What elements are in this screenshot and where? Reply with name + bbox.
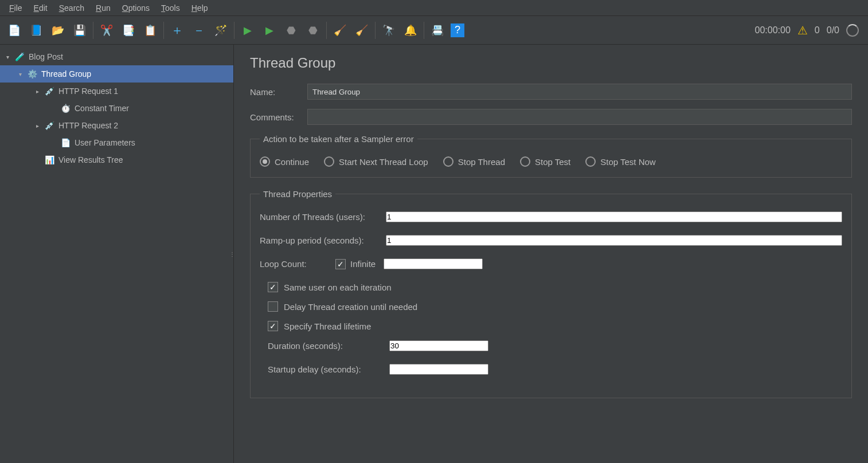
chevron-down-icon[interactable]: ▾ xyxy=(3,54,11,60)
warning-icon[interactable]: ⚠ xyxy=(797,23,808,37)
thread-properties-fieldset: Thread Properties Number of Threads (use… xyxy=(250,189,852,398)
shutdown-icon[interactable]: ⬣ xyxy=(304,22,322,39)
sampler-icon: 💉 xyxy=(44,85,55,97)
ramp-up-label: Ramp-up period (seconds): xyxy=(260,236,386,245)
wand-icon[interactable]: 🪄 xyxy=(212,22,229,39)
tree-node-user-parameters[interactable]: 📄 User Parameters xyxy=(0,134,233,151)
warning-count: 0 xyxy=(815,25,820,36)
duration-input[interactable] xyxy=(389,340,488,351)
radio-icon xyxy=(260,156,270,167)
radio-label: Start Next Thread Loop xyxy=(339,157,428,167)
startup-delay-input[interactable] xyxy=(389,364,488,375)
sampler-error-fieldset: Action to be taken after a Sampler error… xyxy=(250,134,852,178)
ramp-up-input[interactable] xyxy=(386,235,842,246)
plus-icon[interactable]: ＋ xyxy=(169,22,186,39)
tree-node-http-request-2[interactable]: ▸ 💉 HTTP Request 2 xyxy=(0,117,233,134)
tree-node-constant-timer[interactable]: ⏱️ Constant Timer xyxy=(0,100,233,117)
radio-icon xyxy=(585,156,596,167)
same-user-checkbox[interactable] xyxy=(268,282,278,292)
radio-continue[interactable]: Continue xyxy=(260,156,309,167)
minus-icon[interactable]: － xyxy=(190,22,208,39)
tree-label: Constant Timer xyxy=(73,104,129,113)
radio-label: Stop Thread xyxy=(458,157,505,167)
editor-panel: Thread Group Name: Comments: Action to b… xyxy=(234,45,868,463)
num-threads-input[interactable] xyxy=(386,211,842,222)
sampler-error-legend: Action to be taken after a Sampler error xyxy=(260,134,417,144)
clear-all-icon[interactable]: 🧹 xyxy=(353,22,370,39)
tree-label: HTTP Request 1 xyxy=(57,87,118,96)
function-icon[interactable]: 🔔 xyxy=(402,22,419,39)
save-icon[interactable]: 💾 xyxy=(71,22,88,39)
chevron-down-icon[interactable]: ▾ xyxy=(16,71,24,77)
loop-count-input[interactable] xyxy=(384,258,483,269)
parameters-icon: 📄 xyxy=(60,137,71,148)
delay-thread-label: Delay Thread creation until needed xyxy=(284,302,417,312)
chevron-right-icon[interactable]: ▸ xyxy=(33,123,41,129)
menu-edit[interactable]: Edit xyxy=(28,2,53,14)
clear-icon[interactable]: 🧹 xyxy=(331,22,349,39)
tree-label: HTTP Request 2 xyxy=(57,121,118,130)
startup-delay-label: Startup delay (seconds): xyxy=(268,364,389,374)
thread-count: 0/0 xyxy=(827,25,839,36)
name-label: Name: xyxy=(250,87,307,97)
radio-label: Stop Test xyxy=(535,157,570,167)
radio-label: Stop Test Now xyxy=(600,157,655,167)
panel-title: Thread Group xyxy=(250,55,852,71)
tree-node-http-request-1[interactable]: ▸ 💉 HTTP Request 1 xyxy=(0,83,233,100)
num-threads-label: Number of Threads (users): xyxy=(260,212,386,222)
start-icon[interactable]: ▶ xyxy=(239,22,256,39)
menubar: File Edit Search Run Options Tools Help xyxy=(0,0,868,16)
tree-label: User Parameters xyxy=(73,138,135,147)
tree-node-view-results-tree[interactable]: 📊 View Results Tree xyxy=(0,151,233,168)
name-input[interactable] xyxy=(307,84,852,100)
radio-stop-test[interactable]: Stop Test xyxy=(520,156,570,167)
infinite-checkbox[interactable] xyxy=(335,259,346,269)
comments-label: Comments: xyxy=(250,112,307,122)
sampler-icon: 💉 xyxy=(44,120,55,131)
specify-lifetime-checkbox[interactable] xyxy=(268,321,278,331)
open-icon[interactable]: 📂 xyxy=(49,22,67,39)
chevron-right-icon[interactable]: ▸ xyxy=(33,88,41,95)
menu-options[interactable]: Options xyxy=(116,2,155,14)
menu-tools[interactable]: Tools xyxy=(155,2,186,14)
radio-stop-test-now[interactable]: Stop Test Now xyxy=(585,156,655,167)
paste-icon[interactable]: 📋 xyxy=(142,22,159,39)
menu-file[interactable]: File xyxy=(3,2,28,14)
radio-icon xyxy=(520,156,530,167)
tree-label: Blog Post xyxy=(28,52,63,61)
gear-icon: ⚙️ xyxy=(26,68,38,80)
toolbar: 📄 📘 📂 💾 ✂️ 📑 📋 ＋ － 🪄 ▶ ▶ ⬣ ⬣ 🧹 🧹 🔭 🔔 📇 ?… xyxy=(0,16,868,45)
listener-icon: 📊 xyxy=(44,154,55,166)
menu-help[interactable]: Help xyxy=(186,2,214,14)
radio-icon xyxy=(324,156,334,167)
help-icon[interactable]: ? xyxy=(451,23,464,37)
templates-icon[interactable]: 📘 xyxy=(28,22,45,39)
comments-input[interactable] xyxy=(307,109,852,125)
timer-icon: ⏱️ xyxy=(60,103,71,114)
menu-file-rest: ile xyxy=(14,3,22,13)
radio-start-next-loop[interactable]: Start Next Thread Loop xyxy=(324,156,428,167)
tree-label: Thread Group xyxy=(40,69,91,79)
start-no-timers-icon[interactable]: ▶ xyxy=(261,22,278,39)
split-grip-icon[interactable]: ⋮ xyxy=(229,251,236,257)
menu-search[interactable]: Search xyxy=(53,2,90,14)
status-bar: 00:00:00 ⚠ 0 0/0 xyxy=(755,23,865,37)
copy-icon[interactable]: 📑 xyxy=(120,22,137,39)
properties-icon[interactable]: 📇 xyxy=(429,22,446,39)
menu-run[interactable]: Run xyxy=(90,2,116,14)
activity-indicator-icon xyxy=(846,24,859,37)
tree-node-thread-group[interactable]: ▾ ⚙️ Thread Group xyxy=(0,65,233,83)
test-plan-icon: 🧪 xyxy=(14,51,25,62)
test-plan-tree[interactable]: ▾ 🧪 Blog Post ▾ ⚙️ Thread Group ▸ 💉 HTTP… xyxy=(0,45,234,463)
cut-icon[interactable]: ✂️ xyxy=(98,22,115,39)
elapsed-time: 00:00:00 xyxy=(755,25,791,36)
specify-lifetime-label: Specify Thread lifetime xyxy=(284,321,371,331)
search-tool-icon[interactable]: 🔭 xyxy=(380,22,397,39)
radio-stop-thread[interactable]: Stop Thread xyxy=(443,156,505,167)
delay-thread-checkbox[interactable] xyxy=(268,301,278,312)
stop-icon[interactable]: ⬣ xyxy=(283,22,300,39)
infinite-label: Infinite xyxy=(350,259,376,269)
new-icon[interactable]: 📄 xyxy=(6,22,23,39)
thread-properties-legend: Thread Properties xyxy=(260,189,335,199)
tree-node-test-plan[interactable]: ▾ 🧪 Blog Post xyxy=(0,48,233,65)
